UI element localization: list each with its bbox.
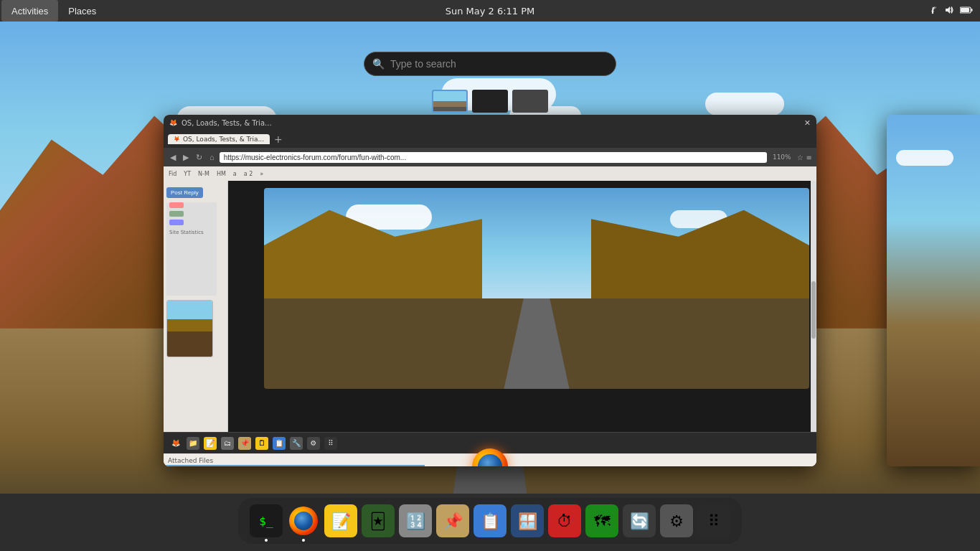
bookmark-a2[interactable]: a 2: [242, 171, 255, 177]
image-road: [264, 298, 809, 389]
thumb-ground: [167, 331, 212, 357]
search-wrapper: 🔍: [364, 52, 616, 76]
home-button[interactable]: ⌂: [207, 151, 217, 163]
dock-timekeep-icon[interactable]: ⏱: [548, 504, 581, 537]
scrollbar-thumb[interactable]: [811, 281, 816, 339]
toolbar-files-icon[interactable]: 📁: [187, 437, 199, 450]
sidebar-thumbnail: [166, 300, 213, 357]
cards-symbol: 🃏: [370, 512, 387, 530]
sidebar-text: Site Statistics: [166, 228, 217, 237]
tab-favicon: 🦊: [174, 136, 180, 142]
cloud-3: [705, 93, 784, 116]
browser-titlebar: 🦊 OS, Loads, Tests, & Tria... ✕: [164, 115, 816, 131]
workspace-3[interactable]: [512, 90, 548, 113]
browser-toolbar: ◀ ▶ ↻ ⌂ 110% ☆ ≡: [164, 148, 816, 166]
firefox-globe: [478, 454, 502, 466]
workspace-switcher: [432, 90, 548, 113]
workspace-2[interactable]: [472, 90, 508, 113]
dock-settings-icon[interactable]: ⚙: [660, 504, 693, 537]
firefox-circle: [472, 448, 508, 466]
toolbar-other1-icon[interactable]: 🔧: [290, 437, 303, 450]
datetime-display: Sun May 2 6:11 PM: [446, 6, 535, 17]
activities-button[interactable]: Activities: [1, 0, 58, 22]
toolbar-notes-icon[interactable]: 📝: [204, 437, 217, 450]
dock-terminal-icon[interactable]: $_: [250, 504, 283, 537]
grid-symbol: ⠿: [708, 512, 720, 530]
sidebar-item-1: [169, 202, 184, 208]
dock-contacts-icon[interactable]: 📋: [473, 504, 507, 537]
dock-maps-icon[interactable]: 🗺: [585, 504, 618, 537]
battery-icon: [960, 6, 973, 17]
window-mgr-symbol: 🪟: [518, 512, 537, 530]
timekeep-symbol: ⏱: [557, 512, 573, 530]
dock-window-manager-icon[interactable]: 🪟: [511, 504, 544, 537]
dock-firefox-icon[interactable]: [287, 504, 320, 537]
progress-bar: [164, 465, 425, 466]
places-button[interactable]: Places: [58, 0, 106, 22]
browser-content: Post Reply Site Statistics: [164, 181, 816, 432]
toolbar-filemanager-icon[interactable]: 🗂: [221, 437, 234, 450]
partial-cloud: [896, 150, 953, 166]
image-sky: [264, 188, 809, 298]
firefox-logo-hover: [472, 448, 508, 466]
toolbar-contacts-icon[interactable]: 📋: [273, 437, 286, 450]
browser-title-text: OS, Loads, Tests, & Tria...: [182, 119, 800, 127]
sidebar-item-3: [169, 220, 184, 225]
svg-rect-4: [971, 9, 973, 11]
maps-symbol: 🗺: [594, 512, 610, 530]
bookmark-yt[interactable]: YT: [182, 171, 193, 177]
new-tab-button[interactable]: +: [271, 133, 286, 145]
menu-button[interactable]: ≡: [806, 154, 812, 161]
search-input[interactable]: [364, 52, 616, 76]
firefox-dock-globe: [294, 512, 313, 530]
forward-button[interactable]: ▶: [181, 151, 191, 164]
bookmark-fid[interactable]: Fid: [166, 171, 179, 177]
forum-sidebar: Post Reply Site Statistics: [164, 181, 228, 432]
corkboard-symbol: 📌: [443, 512, 463, 530]
lightbox-image: [264, 188, 809, 389]
bookmark-star[interactable]: ☆: [797, 154, 804, 161]
dock-app-grid-icon[interactable]: ⠿: [697, 504, 730, 537]
back-button[interactable]: ◀: [168, 151, 178, 164]
toolbar-stickynotes-icon[interactable]: 🗒: [255, 437, 268, 450]
image-road-strip: [455, 298, 618, 389]
firefox-dock-circle: [289, 507, 318, 535]
terminal-active-dot: [265, 539, 268, 542]
reload-button[interactable]: ↻: [194, 151, 204, 164]
bookmark-more[interactable]: »: [258, 171, 265, 177]
bookmarks-bar: Fid YT N-M HM a a 2 »: [164, 166, 816, 181]
dock-corkboard-icon[interactable]: 📌: [436, 504, 469, 537]
terminal-symbol: $_: [259, 514, 273, 528]
post-reply-button[interactable]: Post Reply: [166, 187, 203, 198]
right-landscape-preview: [887, 115, 980, 466]
toolbar-firefox-icon[interactable]: 🦊: [169, 437, 182, 450]
dock-tweaks-icon[interactable]: 🔄: [623, 504, 656, 537]
browser-scrollbar[interactable]: [811, 181, 816, 432]
search-container: 🔍: [364, 52, 616, 76]
bookmark-nm[interactable]: N-M: [196, 171, 212, 177]
toolbar-settings-icon[interactable]: ⚙: [307, 437, 320, 450]
toolbar-corkboard-icon[interactable]: 📌: [238, 437, 251, 450]
browser-close-button[interactable]: ✕: [804, 118, 811, 128]
zoom-level: 110%: [770, 154, 794, 161]
dock-solitaire-icon[interactable]: 🃏: [362, 504, 395, 537]
bookmark-hm[interactable]: HM: [215, 171, 228, 177]
toolbar-grid-icon[interactable]: ⠿: [324, 437, 337, 450]
datetime-text: Sun May 2 6:11 PM: [446, 6, 535, 17]
tab-label: OS, Loads, Tests, & Tria...: [183, 136, 264, 143]
system-tray: [927, 6, 973, 17]
browser-tab-active[interactable]: 🦊 OS, Loads, Tests, & Tria...: [168, 134, 270, 144]
url-bar[interactable]: [220, 152, 767, 163]
settings-symbol: ⚙: [669, 512, 684, 530]
dock-notes-icon[interactable]: 📝: [324, 504, 357, 537]
main-area: 🔍 🦊 OS, Loads, Tests, & Tria... ✕: [0, 22, 980, 494]
sidebar-item-2: [169, 211, 184, 217]
tweaks-symbol: 🔄: [630, 512, 649, 530]
bookmark-amazon[interactable]: a: [231, 171, 239, 177]
dock-calculator-icon[interactable]: 🔢: [399, 504, 432, 537]
browser-main-content: [228, 181, 816, 432]
sidebar-content: Site Statistics: [166, 202, 217, 296]
thumb-landscape: [167, 301, 212, 331]
browser-window[interactable]: 🦊 OS, Loads, Tests, & Tria... ✕ 🦊 OS, Lo…: [164, 115, 816, 466]
workspace-1[interactable]: [432, 90, 468, 113]
